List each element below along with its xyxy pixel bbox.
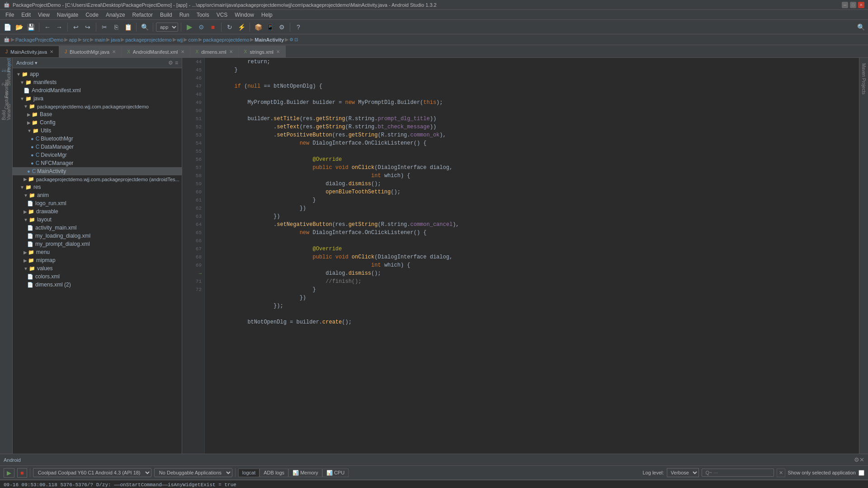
tree-item-mainactivity[interactable]: ● C MainActivity — [13, 167, 182, 175]
sdk-button[interactable]: 📦 — [253, 22, 264, 33]
tree-item-menu[interactable]: ▶ 📁 menu — [13, 248, 182, 256]
logcat-stop-btn[interactable]: ■ — [17, 468, 27, 478]
module-selector[interactable]: app — [156, 23, 178, 32]
memory-tab[interactable]: 📊 Memory — [288, 469, 322, 477]
logcat-run-btn[interactable]: ▶ — [4, 468, 14, 478]
tree-item-java[interactable]: ▼ 📁 java — [13, 94, 182, 103]
tree-item-base[interactable]: ▶ 📁 Base — [13, 110, 182, 118]
find-button[interactable]: 🔍 — [139, 22, 150, 33]
tab-close-strings[interactable]: ✕ — [276, 49, 280, 54]
menu-window[interactable]: Window — [231, 11, 258, 19]
tree-item-values[interactable]: ▼ 📁 values — [13, 264, 182, 272]
logcat-tab[interactable]: logcat — [238, 469, 259, 477]
close-button[interactable]: ✕ — [858, 2, 864, 8]
log-search-input[interactable] — [702, 469, 774, 477]
tree-item-res[interactable]: ▼ 📁 res — [13, 183, 182, 191]
minimize-button[interactable]: ─ — [842, 2, 848, 8]
menu-tools[interactable]: Tools — [193, 11, 213, 19]
cpu-tab[interactable]: 📊 CPU — [322, 469, 349, 477]
forward-button[interactable]: → — [54, 22, 65, 33]
open-button[interactable]: 📂 — [14, 22, 24, 33]
menu-vcs[interactable]: VCS — [213, 11, 231, 19]
tab-mainactivity[interactable]: J MainActivity.java ✕ — [0, 46, 59, 57]
tree-item-manifests[interactable]: ▼ 📁 manifests — [13, 78, 182, 86]
tree-item-activity-main[interactable]: 📄 activity_main.xml — [13, 224, 182, 232]
new-file-button[interactable]: 📄 — [2, 22, 13, 33]
tab-close-manifest[interactable]: ✕ — [181, 49, 184, 54]
menu-analyze[interactable]: Analyze — [102, 11, 129, 19]
maven-projects-label[interactable]: Maven Projects — [860, 61, 867, 96]
tree-item-layout[interactable]: ▼ 📁 layout — [13, 216, 182, 224]
tree-item-pkg-main[interactable]: ▼ 📁 packageprojectdemo.wjj.com.packagepr… — [13, 103, 182, 110]
breadcrumb-packageprojectdemo[interactable]: PackageProjectDemo — [15, 37, 63, 42]
menu-edit[interactable]: Edit — [18, 11, 34, 19]
adb-logs-tab[interactable]: ADB logs — [259, 469, 288, 477]
breadcrumb-pkg2[interactable]: packageprojectdemo — [203, 37, 249, 42]
menu-file[interactable]: File — [2, 11, 18, 19]
log-level-selector[interactable]: Verbose Debug Info Warn Error — [667, 468, 699, 477]
stop-button[interactable]: ■ — [208, 22, 218, 33]
tree-item-nfcmanager[interactable]: ● C NFCManager — [13, 159, 182, 167]
tab-close-mainactivity[interactable]: ✕ — [50, 49, 53, 54]
tab-manifest[interactable]: X AndroidManifest.xml ✕ — [122, 46, 190, 57]
help-icon-button[interactable]: ? — [293, 22, 304, 33]
breadcrumb-item[interactable]: 🤖 — [4, 37, 10, 42]
tab-bluetoothmgr[interactable]: J BluetoothMgr.java ✕ — [59, 46, 122, 57]
menu-navigate[interactable]: Navigate — [53, 11, 82, 19]
build-variants-icon[interactable]: Build Variants — [1, 107, 12, 117]
tree-item-androidmanifest[interactable]: 📄 AndroidManifest.xml — [13, 86, 182, 94]
tree-item-datamanager[interactable]: ● C DataManager — [13, 143, 182, 151]
menu-code[interactable]: Code — [82, 11, 102, 19]
tab-close-dimens[interactable]: ✕ — [229, 49, 233, 54]
cut-button[interactable]: ✂ — [99, 22, 110, 33]
android-panel-close[interactable]: ✕ — [859, 456, 864, 463]
save-button[interactable]: 💾 — [25, 22, 36, 33]
tree-item-drawable[interactable]: ▶ 📁 drawable — [13, 207, 182, 216]
tree-item-colors[interactable]: 📄 colors.xml — [13, 272, 182, 281]
tab-close-bluetoothmgr[interactable]: ✕ — [112, 49, 116, 54]
redo-button[interactable]: ↪ — [82, 22, 93, 33]
tree-item-config[interactable]: ▶ 📁 Config — [13, 118, 182, 127]
project-settings-btn[interactable]: ⚙ — [168, 60, 173, 66]
device-selector[interactable]: Coolpad Coolpad Y60 C1 Android 4.3 (API … — [33, 468, 151, 477]
run-button[interactable]: ▶ — [184, 22, 195, 33]
tree-item-app[interactable]: ▼ 📁 app — [13, 70, 182, 78]
gradle-button[interactable]: ⚡ — [236, 22, 247, 33]
project-collapse-btn[interactable]: ≡ — [175, 60, 178, 66]
tree-item-logo-run[interactable]: 📄 logo_run.xml — [13, 199, 182, 207]
code-content[interactable]: return; } if (null == btNotOpenDlg) { My… — [205, 58, 868, 454]
breadcrumb-split-btn[interactable]: ⊡ — [294, 37, 298, 42]
avd-button[interactable]: 📱 — [264, 22, 275, 33]
breadcrumb-settings-btn[interactable]: ⚙ — [289, 37, 293, 42]
breadcrumb-packageprojectdemo2[interactable]: packageprojectdemo — [125, 37, 171, 42]
search-everywhere-button[interactable]: 🔍 — [855, 22, 866, 33]
breadcrumb-main[interactable]: main — [94, 37, 105, 42]
tree-item-loading-dialog[interactable]: 📄 my_loading_dialog.xml — [13, 232, 182, 240]
copy-button[interactable]: ⎘ — [111, 22, 122, 33]
menu-refactor[interactable]: Refactor — [129, 11, 156, 19]
tab-strings[interactable]: X strings.xml ✕ — [239, 46, 286, 57]
tree-item-prompt-dialog[interactable]: 📄 my_prompt_dialog.xml — [13, 240, 182, 248]
show-only-checkbox[interactable] — [859, 470, 864, 476]
breadcrumb-com[interactable]: com — [188, 37, 198, 42]
tree-item-utils[interactable]: ▼ 📁 Utils — [13, 127, 182, 135]
android-panel-settings[interactable]: ⚙ — [854, 456, 859, 463]
tree-item-dimens2[interactable]: 📄 dimens.xml (2) — [13, 281, 182, 289]
breadcrumb-wjj[interactable]: wjj — [177, 37, 183, 42]
tree-item-devicemgr[interactable]: ● C DeviceMgr — [13, 151, 182, 159]
app-selector[interactable]: No Debuggable Applications — [154, 468, 232, 477]
maximize-button[interactable]: □ — [850, 2, 856, 8]
debug-button[interactable]: ⚙ — [196, 22, 207, 33]
tree-item-anim[interactable]: ▼ 📁 anim — [13, 191, 182, 199]
tree-item-mipmap[interactable]: ▶ 📁 mipmap — [13, 256, 182, 264]
undo-button[interactable]: ↩ — [71, 22, 81, 33]
breadcrumb-java[interactable]: java — [111, 37, 120, 42]
settings-button[interactable]: ⚙ — [276, 22, 287, 33]
log-search-clear[interactable]: ✕ — [777, 469, 785, 477]
breadcrumb-mainactivity[interactable]: MainActivity — [255, 37, 284, 42]
breadcrumb-app[interactable]: app — [69, 37, 77, 42]
menu-help[interactable]: Help — [258, 11, 276, 19]
back-button[interactable]: ← — [42, 22, 53, 33]
sync-button[interactable]: ↻ — [224, 22, 235, 33]
menu-view[interactable]: View — [34, 11, 53, 19]
